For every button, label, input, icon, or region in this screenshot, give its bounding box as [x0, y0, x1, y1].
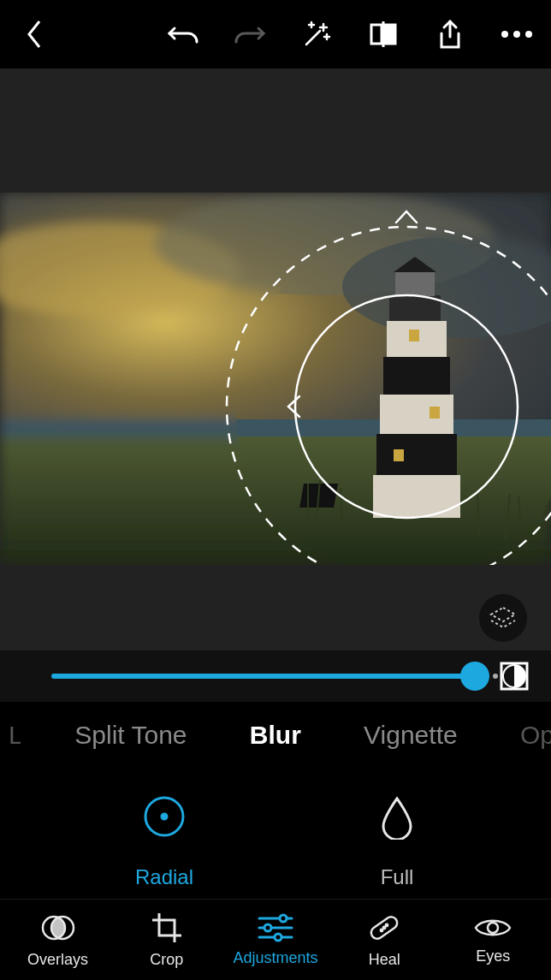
svg-point-57 [264, 924, 271, 931]
blur-intensity-row [0, 650, 551, 702]
blur-intensity-slider[interactable] [51, 674, 483, 679]
blur-mode-row: Radial Full [0, 769, 551, 914]
bottom-nav: Overlays Crop Adjustments Heal Eyes [0, 899, 551, 980]
canvas-area[interactable] [0, 68, 551, 650]
svg-rect-31 [383, 357, 450, 395]
svg-point-63 [383, 926, 385, 928]
svg-point-64 [488, 923, 498, 933]
nav-label: Adjustments [233, 949, 317, 967]
adjustment-tabs: L Split Tone Blur Vignette Opt [0, 702, 551, 769]
blur-mode-full[interactable]: Full [378, 793, 416, 889]
radial-icon [141, 793, 187, 840]
nav-crop[interactable]: Crop [120, 910, 214, 969]
nav-label: Eyes [476, 947, 510, 965]
svg-point-62 [386, 924, 388, 925]
blur-mode-label: Full [381, 865, 414, 889]
overlays-icon [40, 910, 76, 946]
layers-button[interactable] [479, 594, 527, 642]
top-toolbar [0, 0, 551, 68]
nav-label: Heal [369, 951, 400, 969]
svg-rect-1 [385, 25, 395, 44]
svg-rect-36 [430, 407, 440, 419]
tab-split-tone[interactable]: Split Tone [66, 721, 195, 750]
nav-eyes[interactable]: Eyes [446, 913, 540, 965]
nav-overlays[interactable]: Overlays [11, 910, 105, 969]
blur-mode-radial[interactable]: Radial [135, 793, 193, 889]
tab-prev-edge[interactable]: L [0, 721, 21, 750]
share-button[interactable] [433, 17, 467, 51]
redo-button[interactable] [233, 17, 267, 51]
invert-mask-button[interactable] [498, 660, 530, 692]
svg-point-55 [280, 915, 287, 922]
svg-point-61 [381, 929, 382, 930]
svg-rect-0 [371, 25, 382, 44]
back-button[interactable] [17, 17, 51, 51]
blur-mode-label: Radial [135, 865, 193, 889]
bandage-icon [366, 910, 402, 946]
svg-marker-47 [491, 608, 515, 621]
compare-button[interactable] [366, 17, 400, 51]
svg-rect-37 [394, 449, 404, 461]
auto-enhance-button[interactable] [299, 17, 334, 51]
svg-point-51 [162, 814, 167, 819]
svg-rect-35 [409, 330, 419, 342]
svg-rect-28 [395, 272, 435, 296]
svg-point-3 [501, 31, 508, 38]
photo-preview[interactable] [0, 193, 551, 565]
nav-adjustments[interactable]: Adjustments [228, 912, 323, 967]
droplet-icon [378, 793, 416, 840]
nav-label: Crop [150, 951, 183, 969]
svg-point-59 [275, 934, 281, 941]
svg-rect-32 [380, 395, 453, 434]
tab-blur[interactable]: Blur [241, 721, 310, 750]
crop-icon [149, 910, 185, 946]
nav-heal[interactable]: Heal [337, 910, 431, 969]
undo-button[interactable] [166, 17, 200, 51]
more-button[interactable] [500, 17, 534, 51]
tab-vignette[interactable]: Vignette [355, 721, 466, 750]
sliders-icon [256, 912, 295, 944]
svg-rect-34 [373, 475, 460, 518]
nav-label: Overlays [27, 951, 88, 969]
svg-point-5 [525, 31, 532, 38]
tab-next-edge[interactable]: Opt [512, 721, 551, 750]
svg-point-4 [513, 31, 520, 38]
slider-thumb[interactable] [460, 662, 489, 691]
eye-icon [472, 913, 513, 942]
svg-rect-33 [376, 434, 457, 475]
